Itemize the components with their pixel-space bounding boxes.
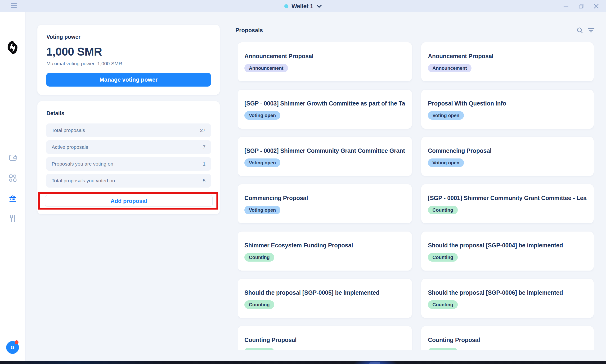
proposal-card[interactable]: Commencing Proposal Voting open [421, 137, 594, 176]
proposal-card[interactable]: Shimmer Ecosystem Funding Proposal Count… [238, 232, 412, 271]
proposal-status-badge: Voting open [428, 111, 464, 120]
filter-button[interactable] [588, 27, 594, 34]
proposal-card-title: Proposal With Question Info [428, 100, 587, 107]
sidebar-item-governance[interactable] [8, 195, 17, 202]
filter-icon [588, 28, 594, 33]
details-row-value: 1 [203, 161, 206, 167]
close-button[interactable] [594, 3, 599, 9]
proposal-card-title: Commencing Proposal [244, 195, 405, 202]
details-row-value: 7 [203, 144, 206, 150]
details-row-value: 5 [203, 178, 206, 183]
proposal-status-badge: Counting [428, 348, 458, 350]
shimmer-logo [7, 40, 18, 55]
proposal-status-badge: Counting [244, 253, 274, 261]
proposal-status-badge: Voting open [244, 111, 280, 120]
details-row-label: Active proposals [52, 144, 88, 150]
proposal-card[interactable]: [SGP - 0002] Shimmer Community Grant Com… [238, 137, 412, 176]
voting-power-title: Voting power [46, 34, 81, 40]
proposal-card[interactable]: Proposal With Question Info Voting open [421, 90, 594, 129]
sidebar: G [0, 12, 26, 361]
wallet-name: Wallet 1 [291, 3, 313, 10]
details-row-label: Total proposals you voted on [52, 178, 115, 183]
title-bar: Wallet 1 [0, 0, 606, 12]
details-row-label: Proposals you are voting on [52, 161, 113, 167]
sidebar-item-wallet[interactable] [8, 154, 17, 162]
collectibles-grid-icon [9, 174, 17, 182]
details-row-value: 27 [200, 128, 206, 133]
proposals-grid: Announcement Proposal Announcement Anoun… [238, 42, 594, 350]
details-rows: Total proposals 27 Active proposals 7 Pr… [46, 123, 211, 188]
proposal-card[interactable]: [SGP - 0003] Shimmer Growth Committee as… [238, 90, 412, 129]
proposal-card[interactable]: Counting Proposal Counting [421, 326, 594, 350]
sidebar-nav [0, 154, 26, 223]
proposal-card[interactable]: Should the proposal [SGP-0004] be implem… [421, 232, 594, 271]
add-proposal-button[interactable]: Add proposal [45, 195, 213, 207]
search-button[interactable] [576, 27, 583, 34]
proposal-card-title: Should the proposal [SGP-0006] be implem… [428, 289, 587, 296]
proposal-status-badge: Voting open [244, 206, 280, 214]
voting-power-amount: 1,000 SMR [46, 45, 102, 58]
proposal-card-title: Should the proposal [SGP-0004] be implem… [428, 242, 587, 249]
proposal-card-title: [SGP - 0002] Shimmer Community Grant Com… [244, 147, 405, 154]
os-taskbar [0, 361, 606, 364]
chevron-down-icon [317, 5, 322, 8]
proposal-card-title: [SGP - 0001] Shimmer Community Grant Com… [428, 195, 587, 202]
proposal-status-badge: Announcement [244, 64, 288, 72]
proposal-status-badge: Counting [428, 300, 458, 309]
proposal-status-badge: Counting [244, 300, 274, 309]
proposal-card[interactable]: Should the proposal [SGP-0006] be implem… [421, 279, 594, 318]
details-title: Details [46, 110, 64, 117]
proposal-card-title: Anouncement Proposal [428, 53, 587, 60]
sidebar-item-collectibles[interactable] [8, 174, 17, 182]
minimize-button[interactable] [563, 3, 569, 9]
notification-dot [15, 340, 18, 344]
details-row: Proposals you are voting on 1 [46, 157, 211, 171]
proposal-card[interactable]: Commencing Proposal Voting open [238, 184, 412, 223]
proposal-card[interactable]: [SGP - 0001] Shimmer Community Grant Com… [421, 184, 594, 223]
proposal-status-badge: Counting [428, 253, 458, 261]
proposal-card-title: Counting Proposal [244, 337, 405, 343]
profile-avatar[interactable]: G [6, 341, 19, 354]
search-icon [577, 27, 583, 34]
restore-button[interactable] [578, 3, 584, 9]
taskbar-app-icon[interactable] [370, 362, 380, 364]
proposal-card-title: [SGP - 0003] Shimmer Growth Committee as… [244, 100, 405, 107]
voting-power-subtitle: Maximal voting power: 1,000 SMR [46, 61, 122, 66]
details-row: Total proposals you voted on 5 [46, 174, 211, 188]
proposal-card-title: Counting Proposal [428, 337, 587, 343]
proposals-title: Proposals [235, 27, 263, 34]
details-row: Active proposals 7 [46, 140, 211, 154]
proposal-status-badge: Announcement [428, 64, 471, 72]
app-window: Wallet 1 [0, 0, 606, 364]
proposal-card[interactable]: Counting Proposal Counting [238, 326, 412, 350]
proposal-card-title: Announcement Proposal [244, 53, 405, 60]
proposal-card[interactable]: Should the proposal [SGP-0005] be implem… [238, 279, 412, 318]
avatar-initial: G [11, 345, 14, 350]
details-row-label: Total proposals [52, 128, 85, 133]
hamburger-menu-icon[interactable] [11, 3, 17, 9]
proposal-status-badge: Counting [428, 206, 458, 214]
governance-bank-icon [9, 195, 17, 202]
wallet-color-dot [284, 4, 288, 8]
sidebar-item-settings[interactable] [8, 215, 17, 223]
window-controls [563, 0, 599, 12]
wallet-icon [9, 154, 17, 161]
voting-power-panel: Voting power 1,000 SMR Maximal voting po… [37, 25, 220, 95]
proposal-status-badge: Voting open [428, 158, 464, 167]
proposal-card-title: Shimmer Ecosystem Funding Proposal [244, 242, 405, 249]
proposal-card-title: Should the proposal [SGP-0005] be implem… [244, 289, 405, 296]
wallet-selector[interactable]: Wallet 1 [284, 0, 322, 12]
proposal-status-badge: Voting open [244, 158, 280, 167]
proposal-card[interactable]: Anouncement Proposal Announcement [421, 42, 594, 81]
proposal-status-badge: Counting [244, 348, 274, 350]
details-row: Total proposals 27 [46, 123, 211, 137]
proposal-card[interactable]: Announcement Proposal Announcement [238, 42, 412, 81]
manage-voting-power-button[interactable]: Manage voting power [46, 73, 211, 87]
proposal-card-title: Commencing Proposal [428, 147, 587, 154]
tools-icon [10, 215, 16, 222]
